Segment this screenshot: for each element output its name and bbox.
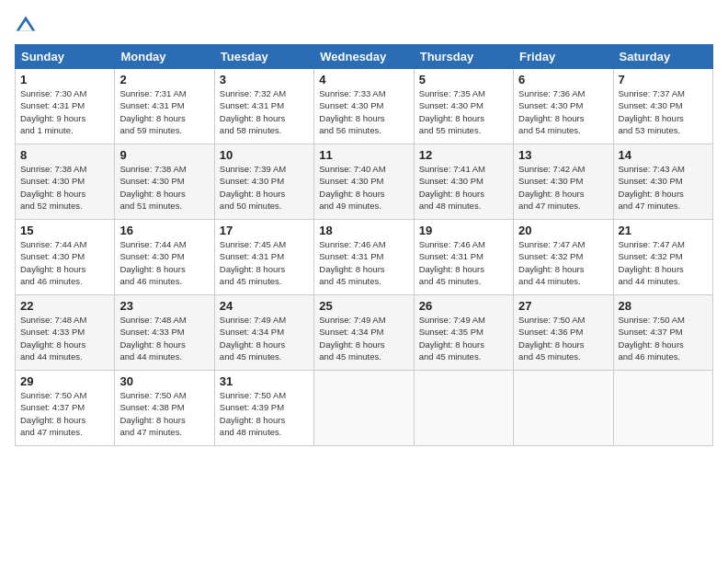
day-number: 18 [319,224,408,237]
day-info: Sunrise: 7:47 AMSunset: 4:32 PMDaylight:… [619,238,708,287]
calendar-day-cell: 12Sunrise: 7:41 AMSunset: 4:30 PMDayligh… [414,144,513,220]
day-info: Sunrise: 7:49 AMSunset: 4:34 PMDaylight:… [319,314,408,362]
day-number: 2 [119,73,209,86]
day-info: Sunrise: 7:31 AMSunset: 4:31 PMDaylight:… [119,87,209,136]
day-number: 15 [20,224,109,237]
calendar-day-cell [314,371,414,446]
day-number: 4 [319,73,408,86]
calendar-week-row: 22Sunrise: 7:48 AMSunset: 4:33 PMDayligh… [16,295,713,371]
calendar-day-cell [414,371,513,446]
day-info: Sunrise: 7:35 AMSunset: 4:30 PMDaylight:… [419,87,508,136]
calendar-day-cell: 19Sunrise: 7:46 AMSunset: 4:31 PMDayligh… [414,220,513,295]
day-number: 16 [119,224,209,237]
header [15,15,713,37]
calendar-day-cell: 26Sunrise: 7:49 AMSunset: 4:35 PMDayligh… [414,295,513,371]
day-info: Sunrise: 7:49 AMSunset: 4:34 PMDaylight:… [220,314,309,362]
calendar-day-cell: 6Sunrise: 7:36 AMSunset: 4:30 PMDaylight… [514,69,613,144]
day-number: 9 [119,148,209,162]
day-info: Sunrise: 7:46 AMSunset: 4:31 PMDaylight:… [319,238,408,287]
calendar-day-cell: 9Sunrise: 7:38 AMSunset: 4:30 PMDaylight… [115,144,214,220]
day-info: Sunrise: 7:38 AMSunset: 4:30 PMDaylight:… [119,163,209,212]
calendar-table: SundayMondayTuesdayWednesdayThursdayFrid… [15,44,713,446]
weekday-header-cell: Saturday [613,45,712,69]
day-number: 25 [319,299,408,313]
day-info: Sunrise: 7:44 AMSunset: 4:30 PMDaylight:… [119,238,209,287]
day-number: 5 [419,73,508,86]
calendar-day-cell: 1Sunrise: 7:30 AMSunset: 4:31 PMDaylight… [16,69,115,144]
calendar-day-cell: 3Sunrise: 7:32 AMSunset: 4:31 PMDaylight… [214,69,313,144]
calendar-day-cell: 24Sunrise: 7:49 AMSunset: 4:34 PMDayligh… [214,295,313,371]
calendar-day-cell [514,371,613,446]
calendar-day-cell: 13Sunrise: 7:42 AMSunset: 4:30 PMDayligh… [514,144,613,220]
calendar-week-row: 8Sunrise: 7:38 AMSunset: 4:30 PMDaylight… [16,144,713,220]
calendar-day-cell: 28Sunrise: 7:50 AMSunset: 4:37 PMDayligh… [613,295,712,371]
day-info: Sunrise: 7:48 AMSunset: 4:33 PMDaylight:… [20,314,109,362]
day-number: 23 [119,299,209,313]
day-number: 24 [220,299,309,313]
calendar-body: 1Sunrise: 7:30 AMSunset: 4:31 PMDaylight… [16,69,713,446]
calendar-day-cell: 4Sunrise: 7:33 AMSunset: 4:30 PMDaylight… [314,69,414,144]
day-number: 31 [220,374,309,388]
day-info: Sunrise: 7:41 AMSunset: 4:30 PMDaylight:… [419,163,508,212]
day-info: Sunrise: 7:42 AMSunset: 4:30 PMDaylight:… [518,163,608,212]
day-info: Sunrise: 7:40 AMSunset: 4:30 PMDaylight:… [319,163,408,212]
day-info: Sunrise: 7:50 AMSunset: 4:37 PMDaylight:… [619,314,708,362]
day-number: 12 [419,148,508,162]
page-container: SundayMondayTuesdayWednesdayThursdayFrid… [0,0,728,454]
day-info: Sunrise: 7:37 AMSunset: 4:30 PMDaylight:… [619,87,708,136]
day-info: Sunrise: 7:30 AMSunset: 4:31 PMDaylight:… [20,87,109,136]
day-info: Sunrise: 7:44 AMSunset: 4:30 PMDaylight:… [20,238,109,287]
day-info: Sunrise: 7:50 AMSunset: 4:38 PMDaylight:… [119,389,209,438]
day-number: 1 [20,73,109,86]
day-number: 19 [419,224,508,237]
calendar-day-cell: 18Sunrise: 7:46 AMSunset: 4:31 PMDayligh… [314,220,414,295]
calendar-day-cell [613,371,712,446]
day-info: Sunrise: 7:45 AMSunset: 4:31 PMDaylight:… [220,238,309,287]
day-number: 17 [220,224,309,237]
day-info: Sunrise: 7:46 AMSunset: 4:31 PMDaylight:… [419,238,508,287]
day-number: 28 [619,299,708,313]
logo [15,15,40,37]
day-info: Sunrise: 7:50 AMSunset: 4:37 PMDaylight:… [20,389,109,438]
calendar-day-cell: 25Sunrise: 7:49 AMSunset: 4:34 PMDayligh… [314,295,414,371]
logo-icon [15,15,37,37]
day-number: 6 [518,73,608,86]
calendar-day-cell: 20Sunrise: 7:47 AMSunset: 4:32 PMDayligh… [514,220,613,295]
day-info: Sunrise: 7:32 AMSunset: 4:31 PMDaylight:… [220,87,309,136]
calendar-day-cell: 31Sunrise: 7:50 AMSunset: 4:39 PMDayligh… [214,371,313,446]
day-info: Sunrise: 7:33 AMSunset: 4:30 PMDaylight:… [319,87,408,136]
calendar-week-row: 1Sunrise: 7:30 AMSunset: 4:31 PMDaylight… [16,69,713,144]
day-number: 13 [518,148,608,162]
calendar-day-cell: 29Sunrise: 7:50 AMSunset: 4:37 PMDayligh… [16,371,115,446]
day-number: 7 [619,73,708,86]
calendar-day-cell: 22Sunrise: 7:48 AMSunset: 4:33 PMDayligh… [16,295,115,371]
calendar-day-cell: 2Sunrise: 7:31 AMSunset: 4:31 PMDaylight… [115,69,214,144]
calendar-day-cell: 16Sunrise: 7:44 AMSunset: 4:30 PMDayligh… [115,220,214,295]
day-info: Sunrise: 7:47 AMSunset: 4:32 PMDaylight:… [518,238,608,287]
calendar-day-cell: 10Sunrise: 7:39 AMSunset: 4:30 PMDayligh… [214,144,313,220]
calendar-week-row: 15Sunrise: 7:44 AMSunset: 4:30 PMDayligh… [16,220,713,295]
day-number: 29 [20,374,109,388]
day-number: 30 [119,374,209,388]
calendar-day-cell: 30Sunrise: 7:50 AMSunset: 4:38 PMDayligh… [115,371,214,446]
day-info: Sunrise: 7:43 AMSunset: 4:30 PMDaylight:… [619,163,708,212]
day-number: 14 [619,148,708,162]
calendar-day-cell: 17Sunrise: 7:45 AMSunset: 4:31 PMDayligh… [214,220,313,295]
calendar-day-cell: 15Sunrise: 7:44 AMSunset: 4:30 PMDayligh… [16,220,115,295]
day-info: Sunrise: 7:36 AMSunset: 4:30 PMDaylight:… [518,87,608,136]
day-info: Sunrise: 7:39 AMSunset: 4:30 PMDaylight:… [220,163,309,212]
calendar-day-cell: 8Sunrise: 7:38 AMSunset: 4:30 PMDaylight… [16,144,115,220]
weekday-header-cell: Wednesday [314,45,414,69]
day-number: 21 [619,224,708,237]
weekday-header-cell: Sunday [16,45,115,69]
day-info: Sunrise: 7:38 AMSunset: 4:30 PMDaylight:… [20,163,109,212]
day-number: 27 [518,299,608,313]
weekday-header-cell: Tuesday [214,45,313,69]
weekday-header-row: SundayMondayTuesdayWednesdayThursdayFrid… [16,45,713,69]
weekday-header-cell: Monday [115,45,214,69]
day-number: 26 [419,299,508,313]
weekday-header-cell: Friday [514,45,613,69]
calendar-day-cell: 23Sunrise: 7:48 AMSunset: 4:33 PMDayligh… [115,295,214,371]
day-number: 3 [220,73,309,86]
calendar-week-row: 29Sunrise: 7:50 AMSunset: 4:37 PMDayligh… [16,371,713,446]
